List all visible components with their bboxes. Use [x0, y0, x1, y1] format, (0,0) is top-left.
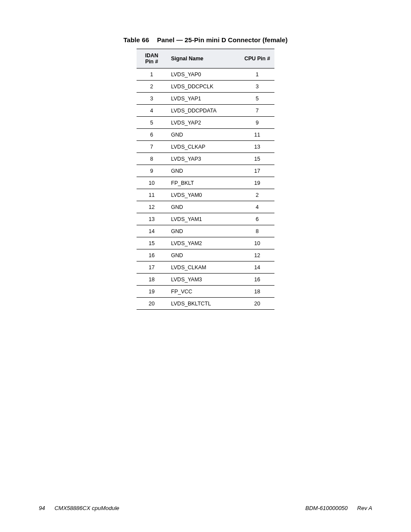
table-row: 12GND4 [137, 201, 274, 213]
cell-cpu: 7 [240, 105, 274, 117]
cell-signal: GND [167, 165, 240, 177]
cell-cpu: 18 [240, 286, 274, 298]
cell-cpu: 5 [240, 93, 274, 105]
cell-signal: LVDS_BKLTCTL [167, 298, 240, 310]
cell-cpu: 3 [240, 81, 274, 93]
cell-signal: LVDS_YAP0 [167, 68, 240, 81]
cell-signal: GND [167, 225, 240, 237]
cell-idan: 20 [137, 298, 167, 310]
cell-cpu: 16 [240, 274, 274, 286]
cell-cpu: 12 [240, 249, 274, 261]
table-row: 7LVDS_CLKAP13 [137, 141, 274, 153]
document-page: Table 66 Panel — 25-Pin mini D Connector… [0, 0, 411, 532]
cell-signal: LVDS_YAP1 [167, 93, 240, 105]
doc-code: BDM-610000050 [305, 505, 348, 511]
cell-cpu: 4 [240, 201, 274, 213]
cell-idan: 8 [137, 153, 167, 165]
cell-signal: LVDS_YAM2 [167, 237, 240, 249]
table-row: 1LVDS_YAP01 [137, 68, 274, 81]
table-row: 18LVDS_YAM316 [137, 274, 274, 286]
cell-idan: 15 [137, 237, 167, 249]
cell-signal: LVDS_YAM0 [167, 189, 240, 201]
cell-idan: 17 [137, 261, 167, 274]
cell-idan: 9 [137, 165, 167, 177]
cell-idan: 6 [137, 129, 167, 141]
cell-signal: GND [167, 201, 240, 213]
cell-idan: 18 [137, 274, 167, 286]
cell-idan: 7 [137, 141, 167, 153]
cell-idan: 13 [137, 213, 167, 225]
cell-idan: 19 [137, 286, 167, 298]
doc-title: CMX58886CX cpuModule [54, 505, 119, 511]
table-row: 17LVDS_CLKAM14 [137, 261, 274, 274]
table-row: 2LVDS_DDCPCLK3 [137, 81, 274, 93]
cell-signal: GND [167, 129, 240, 141]
cell-cpu: 15 [240, 153, 274, 165]
cell-cpu: 13 [240, 141, 274, 153]
pin-table: IDAN Pin # Signal Name CPU Pin # 1LVDS_Y… [137, 49, 274, 310]
table-body: 1LVDS_YAP012LVDS_DDCPCLK33LVDS_YAP154LVD… [137, 68, 274, 310]
col-header-cpu: CPU Pin # [240, 49, 274, 68]
cell-cpu: 19 [240, 177, 274, 189]
cell-signal: LVDS_YAP2 [167, 117, 240, 129]
page-number: 94 [39, 505, 45, 511]
table-row: 14GND8 [137, 225, 274, 237]
table-row: 5LVDS_YAP29 [137, 117, 274, 129]
cell-signal: FP_VCC [167, 286, 240, 298]
cell-cpu: 8 [240, 225, 274, 237]
cell-idan: 16 [137, 249, 167, 261]
cell-idan: 10 [137, 177, 167, 189]
cell-cpu: 6 [240, 213, 274, 225]
cell-signal: LVDS_CLKAP [167, 141, 240, 153]
cell-signal: LVDS_DDCPCLK [167, 81, 240, 93]
table-row: 4LVDS_DDCPDATA7 [137, 105, 274, 117]
table-row: 9GND17 [137, 165, 274, 177]
table-row: 13LVDS_YAM16 [137, 213, 274, 225]
doc-rev: Rev A [357, 505, 372, 511]
table-row: 15LVDS_YAM210 [137, 237, 274, 249]
cell-idan: 1 [137, 68, 167, 81]
table-row: 20LVDS_BKLTCTL20 [137, 298, 274, 310]
cell-idan: 4 [137, 105, 167, 117]
cell-cpu: 2 [240, 189, 274, 201]
table-row: 10FP_BKLT19 [137, 177, 274, 189]
cell-idan: 2 [137, 81, 167, 93]
cell-idan: 14 [137, 225, 167, 237]
cell-idan: 11 [137, 189, 167, 201]
footer-right: BDM-610000050 Rev A [305, 505, 372, 511]
table-row: 19FP_VCC18 [137, 286, 274, 298]
table-row: 16GND12 [137, 249, 274, 261]
cell-signal: LVDS_DDCPDATA [167, 105, 240, 117]
cell-idan: 3 [137, 93, 167, 105]
cell-cpu: 20 [240, 298, 274, 310]
cell-signal: LVDS_YAP3 [167, 153, 240, 165]
cell-cpu: 17 [240, 165, 274, 177]
col-header-idan: IDAN Pin # [137, 49, 167, 68]
cell-cpu: 9 [240, 117, 274, 129]
table-header-row: IDAN Pin # Signal Name CPU Pin # [137, 49, 274, 68]
cell-cpu: 1 [240, 68, 274, 81]
cell-signal: LVDS_YAM3 [167, 274, 240, 286]
cell-signal: LVDS_CLKAM [167, 261, 240, 274]
table-row: 8LVDS_YAP315 [137, 153, 274, 165]
table-row: 3LVDS_YAP15 [137, 93, 274, 105]
cell-signal: FP_BKLT [167, 177, 240, 189]
cell-cpu: 14 [240, 261, 274, 274]
table-row: 6GND11 [137, 129, 274, 141]
table-caption: Table 66 Panel — 25-Pin mini D Connector… [39, 36, 372, 44]
cell-idan: 5 [137, 117, 167, 129]
table-title: Panel — 25-Pin mini D Connector (female) [157, 36, 287, 44]
cell-idan: 12 [137, 201, 167, 213]
col-header-signal: Signal Name [167, 49, 240, 68]
table-label: Table 66 [123, 36, 149, 44]
table-row: 11LVDS_YAM02 [137, 189, 274, 201]
page-footer: 94 CMX58886CX cpuModule BDM-610000050 Re… [39, 505, 372, 511]
cell-signal: LVDS_YAM1 [167, 213, 240, 225]
cell-cpu: 11 [240, 129, 274, 141]
cell-cpu: 10 [240, 237, 274, 249]
footer-left: 94 CMX58886CX cpuModule [39, 505, 119, 511]
cell-signal: GND [167, 249, 240, 261]
